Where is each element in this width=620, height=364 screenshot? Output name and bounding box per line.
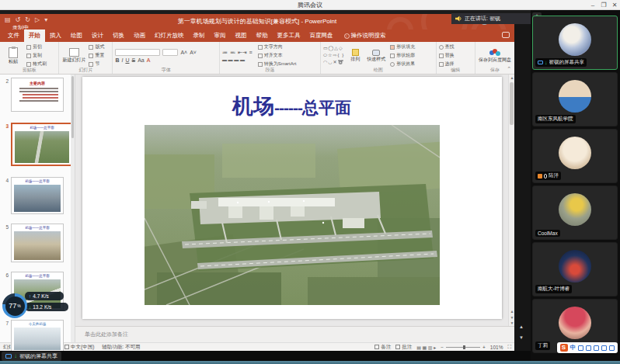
sogou-logo[interactable]: S — [560, 344, 568, 352]
notes-toggle[interactable]: 备注 — [374, 344, 391, 351]
thumbnail-photo — [14, 231, 61, 260]
zoom-level[interactable]: 101% — [490, 345, 503, 350]
font-color-button[interactable]: A — [147, 57, 151, 63]
align-buttons[interactable]: ▬ ▬ ▬ ▬ — [222, 57, 245, 62]
numbering-button[interactable]: ≕ — [230, 50, 235, 56]
cut-button[interactable]: 剪切 — [26, 43, 47, 50]
maximize-button[interactable]: ❐ — [598, 0, 609, 10]
view-switcher[interactable]: ▤ ▦ ▥ ▸ — [416, 345, 436, 350]
language-indicator[interactable]: 中文(中国) — [64, 344, 94, 351]
slides-group: 新建幻灯片 版式 重置 节 幻灯片 — [59, 42, 113, 74]
close-button[interactable]: ✕ — [609, 0, 620, 10]
editor-scrollbar[interactable]: ▲ ▲ ▼ ▼ — [508, 75, 514, 326]
thumbnail-slide-2[interactable]: 2 主要内容 — [0, 78, 64, 112]
tab-file[interactable]: 文件 — [3, 29, 24, 42]
participant-tile[interactable]: CoolMax — [532, 185, 618, 240]
line-spacing-button[interactable]: ≡ — [249, 50, 253, 55]
recording-badge: 录制中 — [12, 24, 29, 29]
text-direction-button[interactable]: 文字方向 — [258, 43, 297, 50]
font-size-combobox[interactable] — [162, 49, 178, 56]
notes-pane[interactable]: 单击此处添加备注 — [75, 326, 514, 342]
ime-mode-icon[interactable]: 中 — [570, 344, 576, 352]
thumbnail-slide-4[interactable]: 4 机场——总平面 — [0, 177, 64, 214]
notes-icon — [374, 345, 379, 349]
bullets-button[interactable]: ≔ — [222, 50, 228, 56]
avatar — [559, 193, 591, 226]
tab-more-tools[interactable]: 更多工具 — [273, 29, 305, 42]
shrink-font-button[interactable]: A˅ — [190, 50, 197, 55]
zoom-out-button[interactable]: − — [441, 345, 444, 350]
participant-name: 南区东风航学院 — [538, 116, 573, 123]
screen-share-indicator[interactable]: ↓ 翟砚的屏幕共享 — [2, 352, 61, 361]
mic-icon[interactable] — [586, 345, 591, 351]
tab-record[interactable]: 录制 — [189, 29, 210, 42]
participant-tile-sharer[interactable]: ↓ 翟砚的屏幕共享 — [532, 16, 618, 70]
zoom-knob[interactable] — [463, 345, 465, 349]
sogou-input-toolbar[interactable]: S 中 — [557, 342, 618, 353]
slide-canvas[interactable]: 机场------总平面 — [82, 77, 502, 319]
thumbnail-slide-5[interactable]: 5 机场——总平面 — [0, 224, 64, 262]
usage-percent-ring[interactable]: 77% — [2, 293, 27, 318]
collapse-ribbon-button[interactable]: ⌃ — [507, 66, 511, 72]
punctuation-icon[interactable] — [578, 345, 583, 351]
paste-button[interactable]: 粘贴 — [2, 43, 24, 68]
shapes-gallery[interactable]: ▭◯△◇ ⬭☆⇨{ } ◠◡✕➰ — [323, 43, 344, 68]
tab-home[interactable]: 开始 — [24, 29, 45, 42]
arrange-button[interactable]: 排列 — [347, 43, 364, 68]
shape-fill-button[interactable]: 形状填充 — [390, 43, 415, 50]
airport-aerial-photo — [145, 125, 440, 305]
bold-button[interactable]: B — [115, 57, 119, 63]
download-arrow-icon: ↓ — [545, 60, 548, 65]
align-text-button[interactable]: 对齐文本 — [258, 52, 297, 59]
speaking-toast-text: 正在讲话: 翟砚 — [465, 15, 500, 23]
fit-slide-button[interactable]: ⛶ — [507, 344, 511, 350]
indent-buttons[interactable]: ⇤⇥ — [238, 50, 247, 56]
tab-baidu-pan[interactable]: 百度网盘 — [305, 29, 338, 42]
grow-font-button[interactable]: A˄ — [180, 50, 187, 55]
keyboard-icon[interactable] — [594, 345, 599, 351]
participant-tile[interactable]: 南区东风航学院 — [532, 72, 618, 127]
zoom-in-button[interactable]: + — [482, 345, 486, 350]
replace-button[interactable]: 替换 — [439, 52, 455, 59]
scrollbar-thumb[interactable] — [510, 82, 514, 125]
tab-insert[interactable]: 插入 — [45, 29, 66, 42]
minimize-button[interactable]: – — [587, 0, 598, 10]
underline-button[interactable]: U — [125, 57, 129, 63]
copy-button[interactable]: 复制 — [26, 52, 47, 59]
tab-review[interactable]: 审阅 — [210, 29, 231, 42]
thumbnail-scrollbar[interactable] — [71, 75, 75, 342]
new-slide-button[interactable]: 新建幻灯片 — [61, 43, 86, 68]
tab-animations[interactable]: 动画 — [129, 29, 150, 42]
section-icon — [89, 62, 93, 67]
toolbox-icon[interactable] — [609, 345, 615, 351]
tab-slideshow[interactable]: 幻灯片放映 — [150, 29, 189, 42]
skin-icon[interactable] — [601, 345, 607, 351]
quick-styles-button[interactable]: 快速样式 — [366, 43, 386, 68]
save-to-baidu-pan-button[interactable]: 保存到百度网盘 — [478, 43, 512, 68]
reset-button[interactable]: 重置 — [89, 52, 104, 59]
upload-arrow-icon: ↑ — [29, 293, 31, 299]
participant-tile[interactable]: 南航大-叶博睿 — [532, 242, 618, 296]
shape-outline-button[interactable]: 形状轮廓 — [390, 52, 415, 59]
participant-tile[interactable]: 陆洋 — [532, 129, 618, 183]
tab-design[interactable]: 设计 — [87, 29, 108, 42]
accessibility-indicator[interactable]: 辅助功能: 不可用 — [102, 344, 140, 351]
find-button[interactable]: 查找 — [439, 43, 455, 50]
change-case-button[interactable]: Aa — [138, 57, 145, 63]
tab-transitions[interactable]: 切换 — [108, 29, 129, 42]
tab-help[interactable]: 帮助 — [252, 29, 273, 42]
thumbnail-slide-3-selected[interactable]: 3 机场——总平面 — [0, 123, 73, 166]
font-name-combobox[interactable] — [115, 49, 160, 56]
tab-draw[interactable]: 绘图 — [66, 29, 87, 42]
comments-toggle[interactable]: 批注 — [395, 344, 412, 351]
layout-button[interactable]: 版式 — [89, 43, 104, 50]
tell-me-search[interactable]: ! 操作说明搜索 — [344, 29, 386, 42]
thumbnail-slide-7[interactable]: 7 今天的机场 — [0, 320, 64, 352]
tab-view[interactable]: 视图 — [231, 29, 252, 42]
replace-icon — [439, 54, 444, 58]
italic-button[interactable]: I — [121, 57, 123, 63]
new-slide-icon — [69, 48, 79, 57]
comment-icon[interactable] — [502, 32, 510, 38]
strikethrough-button[interactable]: S — [131, 57, 135, 63]
zoom-slider[interactable]: − + — [441, 345, 486, 350]
